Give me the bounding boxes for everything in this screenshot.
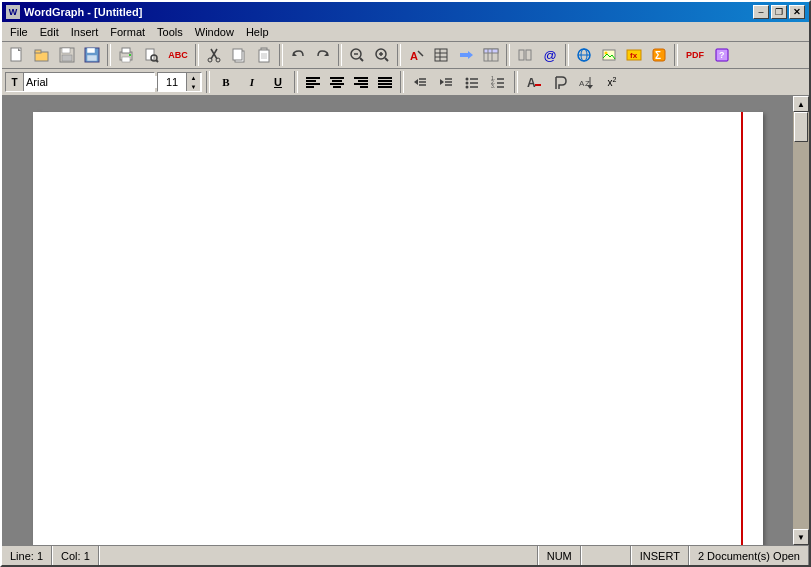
fmt-sep-1 — [206, 71, 210, 93]
indent-decrease-button[interactable] — [408, 71, 432, 93]
menu-help[interactable]: Help — [240, 24, 275, 40]
columns-button[interactable] — [513, 44, 537, 66]
svg-rect-6 — [62, 55, 72, 61]
vertical-scrollbar: ▲ ▼ — [793, 96, 809, 545]
fmt-sep-3 — [400, 71, 404, 93]
open-button[interactable] — [30, 44, 54, 66]
table-button[interactable] — [429, 44, 453, 66]
special2-button[interactable]: Σ — [647, 44, 671, 66]
undo-icon — [290, 47, 306, 63]
svg-text:A: A — [527, 76, 536, 89]
minimize-button[interactable]: – — [753, 5, 769, 19]
scroll-up-button[interactable]: ▲ — [793, 96, 809, 112]
font-name-input[interactable] — [24, 76, 166, 88]
svg-text:A: A — [410, 50, 418, 62]
text-style-button[interactable]: A — [522, 71, 546, 93]
format-toolbar: T ▼ ▲ ▼ B I U — [2, 69, 809, 96]
font-size-input[interactable] — [158, 76, 186, 88]
insert-pic-button[interactable] — [597, 44, 621, 66]
indent-increase-button[interactable] — [434, 71, 458, 93]
print-button[interactable] — [114, 44, 138, 66]
insert-text-icon: A — [408, 47, 424, 63]
svg-text:3.: 3. — [491, 83, 495, 89]
at-symbol-button[interactable]: @ — [538, 44, 562, 66]
status-col: Col: 1 — [52, 546, 99, 565]
menu-file[interactable]: File — [4, 24, 34, 40]
bullet-list-button[interactable] — [460, 71, 484, 93]
undo-button[interactable] — [286, 44, 310, 66]
pdf-button[interactable]: PDF — [681, 44, 709, 66]
align-center-button[interactable] — [326, 72, 348, 92]
scroll-track[interactable] — [793, 112, 809, 529]
svg-marker-62 — [414, 79, 418, 85]
menu-edit[interactable]: Edit — [34, 24, 65, 40]
close-button[interactable]: ✕ — [789, 5, 805, 19]
insert-arrow-button[interactable] — [454, 44, 478, 66]
cut-button[interactable] — [202, 44, 226, 66]
spelling-button[interactable]: ABC — [164, 44, 192, 66]
sort-button[interactable]: AZ — [574, 71, 598, 93]
pdf-icon: PDF — [686, 50, 704, 60]
save-as-button[interactable] — [55, 44, 79, 66]
restore-button[interactable]: ❐ — [771, 5, 787, 19]
extra-button[interactable]: ? — [710, 44, 734, 66]
bold-button[interactable]: B — [214, 72, 238, 92]
spelling-icon: ABC — [168, 50, 188, 60]
italic-button[interactable]: I — [240, 72, 264, 92]
italic-icon: I — [250, 76, 254, 88]
print-preview-icon — [143, 47, 159, 63]
open-icon — [34, 47, 50, 63]
numbered-list-button[interactable]: 1.2.3. — [486, 71, 510, 93]
menu-insert[interactable]: Insert — [65, 24, 105, 40]
scroll-down-button[interactable]: ▼ — [793, 529, 809, 545]
align-left-button[interactable] — [302, 72, 324, 92]
fmt-sep-2 — [294, 71, 298, 93]
at-icon: @ — [543, 48, 556, 63]
text-style-icon: A — [526, 75, 542, 89]
doc-page[interactable] — [33, 112, 763, 545]
print-preview-button[interactable] — [139, 44, 163, 66]
separator-5 — [397, 44, 401, 66]
new-button[interactable] — [5, 44, 29, 66]
font-size-arrows: ▲ ▼ — [186, 73, 200, 91]
svg-rect-9 — [87, 55, 97, 61]
font-size-container: ▲ ▼ — [157, 72, 202, 92]
menu-format[interactable]: Format — [104, 24, 151, 40]
align-right-button[interactable] — [350, 72, 372, 92]
special1-icon: fx — [626, 47, 642, 63]
menu-tools[interactable]: Tools — [151, 24, 189, 40]
insert-table2-button[interactable] — [479, 44, 503, 66]
redo-button[interactable] — [311, 44, 335, 66]
special2-icon: Σ — [651, 47, 667, 63]
font-size-up-button[interactable]: ▲ — [187, 73, 200, 82]
svg-line-16 — [156, 60, 158, 62]
svg-rect-12 — [122, 57, 130, 62]
svg-rect-22 — [233, 49, 242, 60]
svg-point-72 — [466, 82, 469, 85]
paste-icon — [256, 47, 272, 63]
save-button[interactable] — [80, 44, 104, 66]
svg-rect-43 — [460, 53, 468, 57]
special1-button[interactable]: fx — [622, 44, 646, 66]
align-center-icon — [330, 77, 344, 88]
menu-window[interactable]: Window — [189, 24, 240, 40]
insert-table2-icon — [483, 47, 499, 63]
svg-rect-39 — [435, 49, 447, 61]
paragraph-style-button[interactable] — [548, 71, 572, 93]
font-size-down-button[interactable]: ▼ — [187, 82, 200, 91]
extra-icon: ? — [714, 47, 730, 63]
copy-button[interactable] — [227, 44, 251, 66]
scroll-thumb[interactable] — [794, 112, 808, 142]
svg-rect-5 — [62, 48, 70, 53]
web-button[interactable] — [572, 44, 596, 66]
zoom-in-button[interactable] — [370, 44, 394, 66]
underline-button[interactable]: U — [266, 72, 290, 92]
superscript-button[interactable]: x2 — [600, 71, 624, 93]
insert-text-button[interactable]: A — [404, 44, 428, 66]
align-justify-button[interactable] — [374, 72, 396, 92]
paste-button[interactable] — [252, 44, 276, 66]
indent-decrease-icon — [412, 75, 428, 89]
svg-line-32 — [360, 58, 363, 61]
fmt-sep-4 — [514, 71, 518, 93]
zoom-out-button[interactable] — [345, 44, 369, 66]
